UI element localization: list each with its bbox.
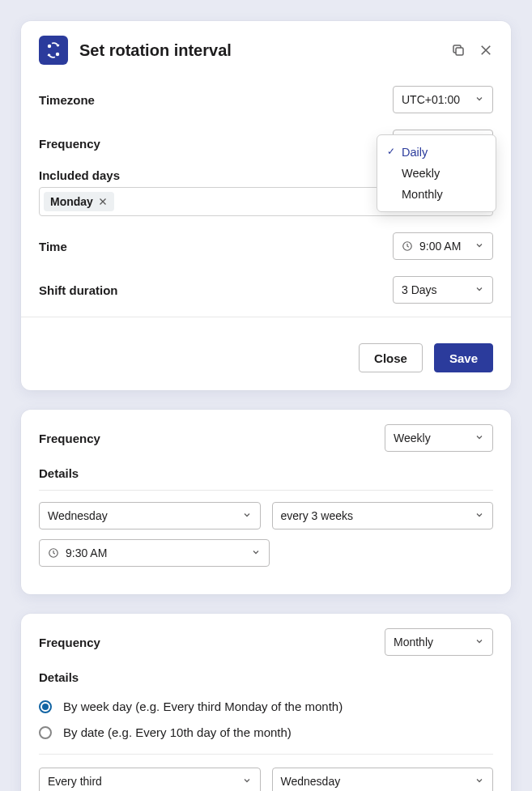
- timezone-label: Timezone: [39, 93, 95, 107]
- chevron-down-icon: [475, 283, 484, 296]
- chevron-down-icon: [475, 93, 484, 106]
- chevron-down-icon: [242, 509, 252, 522]
- chevron-down-icon: [242, 775, 252, 788]
- frequency-dropdown: Daily Weekly Monthly: [377, 134, 496, 212]
- weekly-card: Frequency Weekly Details Wednesday every…: [21, 410, 511, 594]
- weekly-cadence-value: every 3 weeks: [281, 509, 469, 522]
- radio-by-weekday[interactable]: By week day (e.g. Every third Monday of …: [39, 695, 493, 721]
- timezone-value: UTC+01:00: [402, 93, 460, 106]
- remove-chip-icon[interactable]: [98, 197, 108, 206]
- weekly-cadence-select[interactable]: every 3 weeks: [272, 502, 494, 529]
- radio-by-weekday-label: By week day (e.g. Every third Monday of …: [63, 700, 343, 713]
- close-icon[interactable]: [479, 43, 493, 57]
- radio-icon: [39, 726, 52, 739]
- chevron-down-icon: [475, 775, 484, 788]
- monthly-ordinal-value: Every third: [48, 775, 236, 788]
- weekly-frequency-value: Weekly: [394, 432, 431, 444]
- monthly-frequency-label: Frequency: [39, 636, 100, 649]
- copy-icon[interactable]: [451, 43, 466, 57]
- modal-header: Set rotation interval: [21, 21, 511, 70]
- weekly-day-value: Wednesday: [48, 509, 236, 522]
- rotation-modal: Set rotation interval Timezone UTC+01:00: [21, 21, 511, 390]
- frequency-label: Frequency: [39, 137, 100, 151]
- svg-rect-2: [456, 48, 463, 55]
- chevron-down-icon: [251, 546, 261, 559]
- day-chip: Monday: [44, 192, 114, 211]
- chevron-down-icon: [475, 432, 484, 444]
- weekly-frequency-select[interactable]: Weekly: [385, 424, 493, 452]
- close-button[interactable]: Close: [359, 343, 423, 372]
- radio-by-date-label: By date (e.g. Every 10th day of the mont…: [63, 725, 292, 739]
- time-select[interactable]: 9:00 AM: [393, 232, 493, 260]
- monthly-details-label: Details: [39, 670, 493, 684]
- monthly-ordinal-select[interactable]: Every third: [39, 768, 261, 791]
- save-button[interactable]: Save: [434, 343, 493, 372]
- shift-duration-label: Shift duration: [39, 283, 118, 297]
- chevron-down-icon: [475, 509, 484, 522]
- dropdown-option-weekly[interactable]: Weekly: [377, 163, 496, 184]
- svg-point-0: [48, 45, 51, 48]
- monthly-day-value: Wednesday: [281, 775, 469, 788]
- monthly-frequency-select[interactable]: Monthly: [385, 628, 493, 656]
- monthly-day-select[interactable]: Wednesday: [272, 768, 494, 791]
- svg-point-1: [56, 53, 59, 56]
- monthly-card: Frequency Monthly Details By week day (e…: [21, 614, 511, 791]
- dropdown-option-monthly[interactable]: Monthly: [377, 184, 496, 205]
- radio-icon: [39, 700, 52, 713]
- radio-by-date[interactable]: By date (e.g. Every 10th day of the mont…: [39, 721, 493, 747]
- weekly-day-select[interactable]: Wednesday: [39, 502, 261, 529]
- time-label: Time: [39, 240, 67, 253]
- time-value: 9:00 AM: [419, 240, 468, 253]
- shift-duration-select[interactable]: 3 Days: [393, 276, 493, 304]
- timezone-select[interactable]: UTC+01:00: [393, 86, 493, 113]
- clock-icon: [48, 547, 59, 559]
- chip-text: Monday: [50, 195, 93, 208]
- monthly-frequency-value: Monthly: [394, 636, 433, 649]
- weekly-time-select[interactable]: 9:30 AM: [39, 539, 270, 567]
- weekly-frequency-label: Frequency: [39, 432, 100, 445]
- weekly-time-value: 9:30 AM: [66, 546, 245, 559]
- shift-duration-value: 3 Days: [402, 283, 437, 296]
- weekly-details-label: Details: [39, 466, 493, 480]
- rotation-logo-icon: [39, 36, 68, 65]
- dropdown-option-daily[interactable]: Daily: [377, 142, 496, 163]
- clock-icon: [402, 240, 413, 252]
- chevron-down-icon: [475, 240, 484, 253]
- modal-title: Set rotation interval: [79, 41, 451, 60]
- chevron-down-icon: [475, 636, 484, 649]
